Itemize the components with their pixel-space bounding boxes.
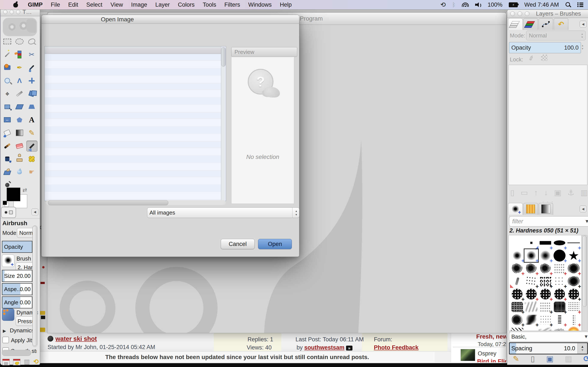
tool-color-picker[interactable] [26,62,37,73]
brush-item[interactable]: + [553,237,566,249]
new-layer-button[interactable]: ▯ [510,188,515,197]
brush-item[interactable]: + [539,262,552,275]
menu-clock[interactable]: Wed 7:46 AM [524,1,559,8]
dialog-titlebar[interactable]: Open Image [42,15,299,24]
tool-zoom[interactable] [2,75,13,86]
tool-smudge[interactable]: ☛ [26,167,37,177]
tool-select-by-color[interactable] [14,49,25,60]
tool-bucket-fill[interactable] [2,127,13,138]
collapse-arrow-button[interactable]: ◀ [580,206,587,212]
tool-eraser[interactable] [14,141,25,151]
brush-item[interactable]: + [510,314,524,326]
menu-item-file[interactable]: File [51,1,60,8]
spinner-arrows-icon[interactable]: ▲▼ [578,343,587,354]
sidebar-item-3[interactable]: Bird in Fligh [477,358,506,362]
dynamics-icon[interactable] [2,309,14,321]
default-colors-icon[interactable] [3,201,9,207]
battery-icon[interactable]: ⚡ [509,2,518,7]
file-list-scrollbar[interactable] [221,46,226,201]
scrollbar-thumb[interactable] [582,236,587,307]
close-button[interactable] [3,10,8,14]
apply-jitter-checkbox[interactable] [2,337,9,343]
tool-gradient[interactable] [14,127,25,138]
notification-center-icon[interactable] [577,2,583,7]
tab-brushes[interactable] [508,203,523,215]
tool-rectangle-select[interactable] [2,36,13,47]
brush-item[interactable]: + [553,262,566,275]
layers-list[interactable] [509,65,587,185]
tab-gradients[interactable] [538,203,553,215]
brush-thumbnail[interactable] [2,255,14,267]
tool-foreground-select[interactable] [2,62,13,73]
spacing-slider[interactable]: Spacing 10.0 ▲▼ [509,342,588,354]
sidebar-item-2[interactable]: Osprey [478,350,496,357]
close-button[interactable] [510,11,515,16]
brush-pattern-preview-button[interactable] [1,207,16,218]
aspect-ratio-slider[interactable]: Aspe...0.00 [2,283,32,295]
brush-item[interactable]: + [510,262,524,275]
opacity-slider[interactable]: Opacity [2,241,32,253]
delete-layer-button[interactable]: ▥ [580,188,588,197]
goto-last-post-icon[interactable]: » [346,346,353,350]
tool-text[interactable]: A [26,114,37,125]
brush-item[interactable]: + [539,301,552,313]
tab-layers[interactable] [508,18,523,30]
layers-titlebar[interactable]: Layers – Brushes [507,10,588,18]
brush-item[interactable]: + [539,314,552,326]
angle-slider[interactable]: Angle0.00 [2,296,32,309]
brush-item[interactable] [525,326,538,331]
menu-item-view[interactable]: View [111,1,123,8]
brush-item[interactable]: + [525,262,538,275]
tool-shear[interactable] [14,101,25,112]
tool-perspective[interactable] [26,101,37,112]
brush-item[interactable]: + [510,249,524,262]
minimize-button[interactable] [10,10,14,14]
tool-heal[interactable] [26,154,37,164]
brush-item[interactable]: + [553,249,566,262]
filter-dropdown-icon[interactable]: ▼ [585,219,588,224]
brush-item[interactable]: + [567,301,580,313]
spinner-arrows-icon[interactable]: ▴▾ [582,44,583,50]
spinner-arrows-icon[interactable]: ▴▾ [292,208,297,218]
tool-crop[interactable] [14,88,25,99]
thread-title-link[interactable]: water ski shot [55,335,97,342]
tool-options-scrollbar[interactable] [32,225,37,347]
cancel-button[interactable]: Cancel [221,239,255,249]
tool-ellipse-select[interactable] [14,36,25,47]
brush-item[interactable] [567,326,580,331]
brush-item[interactable]: + [510,288,524,300]
menu-item-windows[interactable]: Windows [248,1,272,8]
size-slider[interactable]: Size20.00 [2,270,32,282]
brush-item[interactable] [510,326,524,331]
brush-grid[interactable]: +++++++★++++++++++++++++++++++++ [509,235,582,331]
reset-options-button[interactable]: ⟲ [33,357,39,365]
brush-item[interactable]: + [553,275,566,287]
lower-layer-button[interactable]: ↓ [544,188,548,197]
foreground-color-swatch[interactable] [7,188,20,201]
tab-paths[interactable] [538,18,553,30]
brush-item[interactable] [525,237,538,249]
wifi-icon[interactable] [462,3,469,7]
tool-scale[interactable] [2,101,13,112]
tool-ink[interactable] [2,154,13,164]
save-options-button[interactable] [2,357,10,365]
menu-item-colors[interactable]: Colors [178,1,195,8]
duplicate-brush-button[interactable]: ▣ [546,354,553,363]
scrollbar-thumb[interactable] [221,47,226,67]
menu-item-layer[interactable]: Layer [155,1,170,8]
tool-blur-sharpen[interactable] [14,167,25,177]
dynamics-options-expander[interactable]: ▶ Dynamics O [3,327,35,334]
collapse-arrow-button[interactable]: ◀ [580,21,587,28]
menu-item-select[interactable]: Select [86,1,102,8]
menu-item-help[interactable]: Help [280,1,292,8]
brush-tag-select[interactable]: Basic, ▼ [509,332,588,342]
tool-rotate[interactable] [26,88,37,99]
bluetooth-icon[interactable]: ᛒ [452,2,456,8]
tool-airbrush[interactable] [26,141,37,152]
menu-item-gimp[interactable]: GIMP [28,1,43,8]
sidebar-item-1[interactable]: Fresh, new [476,333,506,340]
collapse-arrow-button[interactable]: ◀ [32,209,38,215]
brush-item[interactable]: + [567,288,580,300]
brush-item[interactable]: ★+ [567,249,580,262]
tool-perspective-clone[interactable] [2,167,13,177]
